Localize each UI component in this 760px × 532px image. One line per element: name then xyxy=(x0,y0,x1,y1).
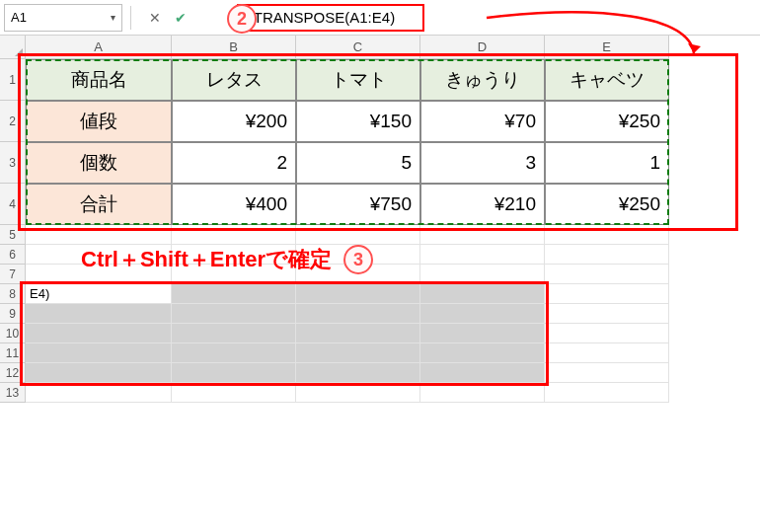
empty-cell[interactable] xyxy=(420,383,545,403)
empty-cell[interactable] xyxy=(545,304,669,324)
empty-cell[interactable] xyxy=(545,225,669,245)
empty-cell[interactable] xyxy=(172,225,296,245)
selected-cell[interactable] xyxy=(26,343,172,363)
data-cell[interactable]: ¥150 xyxy=(296,101,420,142)
grid-row: 8 E4) xyxy=(0,284,760,304)
empty-cell[interactable] xyxy=(545,265,669,284)
selected-cell[interactable] xyxy=(172,363,296,383)
selected-cell[interactable] xyxy=(296,284,420,304)
row-label-cell[interactable]: 値段 xyxy=(26,101,172,142)
selected-cell[interactable] xyxy=(172,284,296,304)
chevron-down-icon[interactable]: ▾ xyxy=(111,12,115,23)
selected-cell[interactable] xyxy=(26,324,172,343)
selected-cell[interactable] xyxy=(296,363,420,383)
selected-cell[interactable] xyxy=(26,304,172,324)
column-headers: A B C D E xyxy=(26,36,760,59)
selected-cell[interactable] xyxy=(172,324,296,343)
table-header-cell[interactable]: キャベツ xyxy=(545,59,669,101)
col-header[interactable]: C xyxy=(296,36,420,59)
row-header[interactable]: 2 xyxy=(0,101,26,142)
empty-cell[interactable] xyxy=(172,383,296,403)
empty-cell[interactable] xyxy=(545,343,669,363)
empty-cell[interactable] xyxy=(420,265,545,284)
data-cell[interactable]: ¥750 xyxy=(296,184,420,225)
select-all-corner[interactable] xyxy=(0,36,26,59)
table-row: 2 値段 ¥200 ¥150 ¥70 ¥250 xyxy=(0,101,760,142)
name-box[interactable]: A1 ▾ xyxy=(4,4,122,32)
instruction-text: Ctrl＋Shift＋Enterで確定 xyxy=(81,245,332,274)
row-label-cell[interactable]: 個数 xyxy=(26,142,172,184)
formula-input[interactable]: =TRANSPOSE(A1:E4) xyxy=(237,4,424,32)
table-header-cell[interactable]: レタス xyxy=(172,59,296,101)
data-cell[interactable]: ¥70 xyxy=(420,101,545,142)
row-header[interactable]: 7 xyxy=(0,265,26,284)
empty-cell[interactable] xyxy=(545,383,669,403)
row-header[interactable]: 9 xyxy=(0,304,26,324)
empty-cell[interactable] xyxy=(26,225,172,245)
data-cell[interactable]: 5 xyxy=(296,142,420,184)
table-header-cell[interactable]: トマト xyxy=(296,59,420,101)
empty-cell[interactable] xyxy=(420,225,545,245)
step-badge-2: 2 xyxy=(227,4,257,34)
grid-row: 5 xyxy=(0,225,760,245)
col-header[interactable]: D xyxy=(420,36,545,59)
check-icon[interactable]: ✔ xyxy=(168,5,193,31)
grid-row: 13 xyxy=(0,383,760,403)
empty-cell[interactable] xyxy=(420,245,545,265)
selected-cell[interactable] xyxy=(296,343,420,363)
selected-cell[interactable] xyxy=(26,363,172,383)
selected-cell[interactable] xyxy=(296,304,420,324)
row-header[interactable]: 4 xyxy=(0,184,26,225)
empty-cell[interactable] xyxy=(545,284,669,304)
grid-row: 10 xyxy=(0,324,760,343)
selected-cell[interactable] xyxy=(420,284,545,304)
grid-body: 1 商品名 レタス トマト きゅうり キャベツ 2 値段 ¥200 ¥150 ¥… xyxy=(0,59,760,403)
table-row: 4 合計 ¥400 ¥750 ¥210 ¥250 xyxy=(0,184,760,225)
cancel-icon[interactable]: ✕ xyxy=(142,5,168,31)
data-cell[interactable]: ¥400 xyxy=(172,184,296,225)
grid-row: 11 xyxy=(0,343,760,363)
row-header[interactable]: 8 xyxy=(0,284,26,304)
selected-cell[interactable] xyxy=(420,324,545,343)
empty-cell[interactable] xyxy=(296,225,420,245)
col-header[interactable]: B xyxy=(172,36,296,59)
step-badge-3: 3 xyxy=(343,245,373,274)
empty-cell[interactable] xyxy=(296,383,420,403)
formula-text: =TRANSPOSE(A1:E4) xyxy=(245,9,395,26)
empty-cell[interactable] xyxy=(545,245,669,265)
row-header[interactable]: 1 xyxy=(0,59,26,101)
row-header[interactable]: 5 xyxy=(0,225,26,245)
selected-cell[interactable] xyxy=(420,343,545,363)
data-cell[interactable]: 3 xyxy=(420,142,545,184)
col-header[interactable]: A xyxy=(26,36,172,59)
col-header[interactable]: E xyxy=(545,36,669,59)
selected-cell[interactable] xyxy=(172,343,296,363)
table-header-cell[interactable]: 商品名 xyxy=(26,59,172,101)
row-header[interactable]: 3 xyxy=(0,142,26,184)
selected-cell[interactable] xyxy=(420,363,545,383)
data-cell[interactable]: 1 xyxy=(545,142,669,184)
table-header-cell[interactable]: きゅうり xyxy=(420,59,545,101)
selected-cell[interactable] xyxy=(420,304,545,324)
instruction-annotation: Ctrl＋Shift＋Enterで確定 3 xyxy=(81,245,373,274)
selected-cell[interactable] xyxy=(172,304,296,324)
empty-cell[interactable] xyxy=(545,324,669,343)
data-cell[interactable]: ¥210 xyxy=(420,184,545,225)
table-row: 1 商品名 レタス トマト きゅうり キャベツ xyxy=(0,59,760,101)
row-header[interactable]: 13 xyxy=(0,383,26,403)
row-label-cell[interactable]: 合計 xyxy=(26,184,172,225)
data-cell[interactable]: ¥250 xyxy=(545,101,669,142)
selected-cell[interactable] xyxy=(296,324,420,343)
grid-row: 12 xyxy=(0,363,760,383)
row-header[interactable]: 10 xyxy=(0,324,26,343)
data-cell[interactable]: ¥200 xyxy=(172,101,296,142)
separator xyxy=(130,6,134,30)
active-editing-cell[interactable]: E4) xyxy=(26,284,172,304)
row-header[interactable]: 6 xyxy=(0,245,26,265)
data-cell[interactable]: ¥250 xyxy=(545,184,669,225)
data-cell[interactable]: 2 xyxy=(172,142,296,184)
empty-cell[interactable] xyxy=(26,383,172,403)
row-header[interactable]: 11 xyxy=(0,343,26,363)
empty-cell[interactable] xyxy=(545,363,669,383)
row-header[interactable]: 12 xyxy=(0,363,26,383)
